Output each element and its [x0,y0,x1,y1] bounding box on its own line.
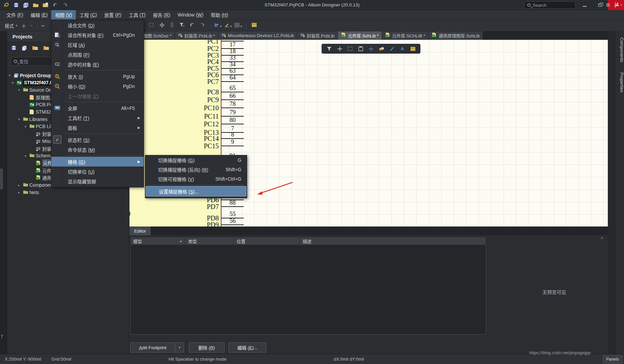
grid-submenu-item-1[interactable]: 切换捕捉栅格 (反向) (R)Shift+G [145,165,247,174]
view-menu-item-0[interactable]: 适合文件 (D) [51,20,144,30]
collapse-icon[interactable]: ▾ [9,73,10,77]
panels-button[interactable]: Panels [603,355,622,363]
view-menu-item-12[interactable]: 面板▶ [51,123,144,132]
pen-dd-icon[interactable]: ▾ [224,23,233,28]
tree-row-nets[interactable]: ▸Nets [7,189,129,196]
back-arrow-icon[interactable]: ⬅ [39,23,47,28]
collapse-icon[interactable]: ▾ [18,88,20,92]
marquee-icon[interactable] [347,46,354,52]
pin-name-PC6: PC6 [175,71,219,79]
panel-tab-components[interactable]: Components [615,33,624,66]
crosshair-icon[interactable] [336,46,343,52]
doc-tab-6[interactable]: 通用原理图库.SchLib [428,31,482,40]
schematic-canvas[interactable]: PC1PC217PC318PC433PC534PC663PC764PC865PC… [129,40,608,226]
doc-tab-3[interactable]: 封装库.PcbLib [297,31,337,40]
view-menu-item-1[interactable]: 适合所有对象 (F)Ctrl+PgDn [51,30,144,40]
global-search-box[interactable]: Search [524,1,575,9]
column-header-3[interactable]: 描述 [300,237,486,245]
redo-icon[interactable] [198,23,207,28]
pcbdoc-icon [17,80,22,85]
menubar-item-6[interactable]: 报告 (R) [149,10,174,20]
redo-icon[interactable] [62,2,68,8]
add-footprint-dropdown[interactable]: ▾ [175,342,184,353]
pin-number: 8 [221,131,244,138]
expand-icon[interactable]: ▸ [18,183,20,187]
align-dd-icon[interactable]: ▾ [214,23,222,28]
table-icon[interactable] [410,46,416,52]
model-table-body[interactable] [130,245,486,335]
doc-tab-1[interactable]: 封装库.PcbLib * [175,31,218,40]
column-header-1[interactable]: 类型 [185,237,234,245]
delete-button[interactable]: 删除 (R) [189,342,225,353]
undo-icon[interactable] [52,2,58,8]
expand-icon[interactable]: ▸ [18,190,20,194]
open-folder-icon[interactable] [33,2,39,8]
view-menu-item-7[interactable]: 缩小 (O)PgDn [51,81,144,91]
handle-dots-icon[interactable] [168,23,176,28]
view-menu-item-6[interactable]: 放大 (I)PgUp [51,71,144,81]
edit-button[interactable]: 编辑 (E)... [229,342,266,353]
view-menu-item-19[interactable]: 显示隐藏管脚 [51,176,144,186]
avatar-icon[interactable] [615,2,616,8]
menubar-item-7[interactable]: Window (W) [174,10,207,20]
doc-tab-5[interactable]: 元件库.SCHLIB * [382,31,428,40]
add-mode-button[interactable]: ＋ [20,22,28,29]
folder-search-icon[interactable] [32,45,38,52]
gear-icon[interactable]: ⚙ [606,2,610,8]
folder-settings-icon[interactable] [43,45,49,52]
scroll-up-icon[interactable]: ˄ [601,236,602,241]
column-header-2[interactable]: 位置 [234,237,300,245]
view-menu-item-18[interactable]: 切换单位 (U) [51,166,144,176]
view-menu-item-3[interactable]: 点周围 (P) [51,50,144,59]
menubar-item-2[interactable]: 视图 (V) [51,10,76,20]
collapse-icon[interactable]: ▾ [25,125,26,128]
collapsed-panel-tab[interactable] [0,169,3,189]
view-menu-item-11[interactable]: 工具栏 (T)▶ [51,113,144,123]
eraser-icon[interactable] [378,46,385,52]
filter-clear-icon[interactable] [178,23,186,28]
editor-tab[interactable]: Editor [129,226,151,235]
menubar-item-0[interactable]: 文件 (F) [3,10,27,20]
view-menu-item-15[interactable]: 命令状态 (M) [51,145,144,154]
filter-funnel-icon[interactable] [326,46,333,52]
view-menu-item-17[interactable]: 栅格 (G)▶ [51,157,144,166]
snap-icon[interactable] [368,46,375,52]
table-icon[interactable] [250,23,259,28]
save-icon[interactable] [13,2,19,8]
minimize-button[interactable] [577,0,592,10]
collapse-icon[interactable]: ▾ [25,154,26,158]
grid-submenu-item-0[interactable]: 切换捕捉栅格 (G)G [145,155,247,165]
grid-submenu-item-2[interactable]: 切换可视栅格 (V)Shift+Ctrl+G [145,174,247,184]
text-icon[interactable]: A [399,46,406,52]
grid-submenu-item-4[interactable]: 设置捕捉栅格 (S)... [146,186,246,196]
home-icon[interactable]: ⌂ [598,2,601,8]
line-icon[interactable] [389,46,395,52]
panel-tab-properties[interactable]: Properties [615,68,624,96]
dashed-select-icon[interactable] [147,23,156,28]
collapse-icon[interactable]: ▾ [12,81,13,85]
doc-tab-4[interactable]: 元件库.SchLib * [338,31,382,40]
view-menu-item-10[interactable]: 全屏Alt+F5 [51,103,144,113]
menubar-item-1[interactable]: 编辑 (E) [27,10,52,20]
grid-dd-icon[interactable]: ▾ [234,23,243,28]
save-icon[interactable] [11,45,17,52]
copy-docs-icon[interactable] [22,45,27,52]
mode-dropdown[interactable]: 模式 ▾ [0,22,20,29]
view-menu-item-4[interactable]: 选中的对象 (E) [51,59,144,69]
doc-tab-2[interactable]: Miscellaneous Devices LC.PcbLib [218,31,297,40]
clipboard-icon[interactable] [357,46,364,52]
menubar-item-4[interactable]: 放置 (P) [100,10,125,20]
menubar-item-5[interactable]: 工具 (T) [125,10,149,20]
collapse-icon[interactable]: ▾ [18,117,20,121]
menubar-item-8[interactable]: 帮助 (H) [207,10,232,20]
remove-mode-button[interactable]: − [28,23,35,28]
undo-icon[interactable] [188,23,197,28]
view-menu-item-14[interactable]: ✓状态栏 (S) [51,135,144,145]
save-all-icon[interactable] [23,2,29,8]
add-footprint-button[interactable]: Add Footprint [130,342,175,353]
move-cross-icon[interactable] [157,23,166,29]
open-project-icon[interactable] [42,2,49,8]
view-menu-item-2[interactable]: 区域 (A) [51,40,144,50]
menubar-item-3[interactable]: 工程 (C) [76,10,100,20]
column-header-0[interactable]: 模型▲ [130,237,185,245]
